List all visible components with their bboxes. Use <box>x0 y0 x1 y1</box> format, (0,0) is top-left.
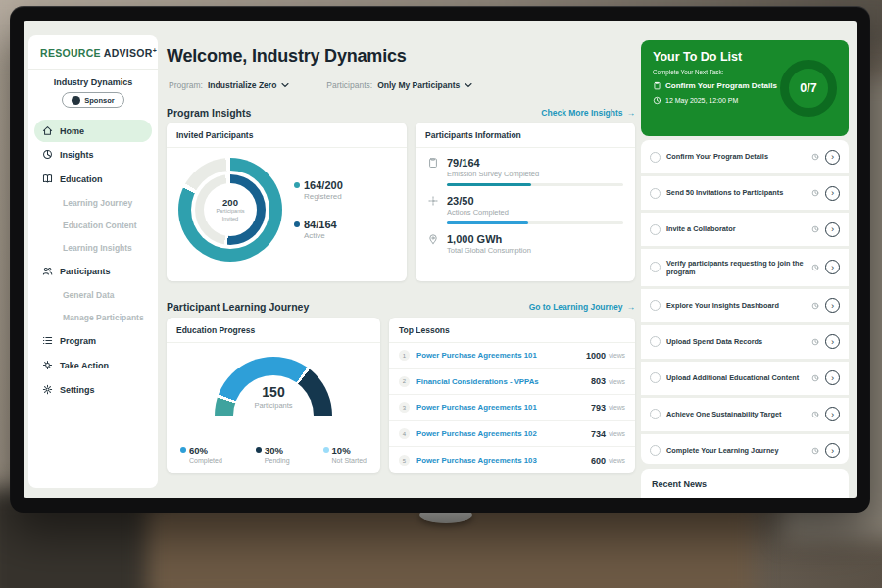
actions-completed-row: 23/50 Actions Completed <box>416 186 635 224</box>
program-dropdown[interactable]: Program: Industrialize Zero <box>169 80 289 90</box>
lesson-row[interactable]: 1 Power Purchase Agreements 101 1000 vie… <box>389 343 635 369</box>
card-title: Participants Information <box>416 122 635 148</box>
org-name: Industry Dynamics <box>28 77 158 87</box>
task-row[interactable]: Upload Additional Educational Content › <box>641 362 849 398</box>
consumption-row: 1,000 GWh Total Global Consumption <box>416 224 635 255</box>
chevron-right-icon: › <box>831 373 834 383</box>
clock-icon <box>811 302 819 310</box>
legend-active: 84/164 Active <box>294 219 343 240</box>
task-row[interactable]: Verify participants requesting to join t… <box>641 249 849 289</box>
legend-dot-pending <box>256 447 262 453</box>
lesson-row[interactable]: 2 Financial Considerations - VPPAs 803 v… <box>389 369 635 396</box>
arrow-right-icon: → <box>627 108 636 118</box>
sidebar-item-label: Learning Insights <box>63 243 132 253</box>
sidebar-item-program[interactable]: Program <box>28 328 158 353</box>
task-checkbox[interactable] <box>650 409 661 419</box>
task-row[interactable]: Achieve One Sustainability Target › <box>641 398 849 434</box>
task-row[interactable]: Complete Your Learning Journey › <box>641 434 849 464</box>
task-go-button[interactable]: › <box>825 443 840 458</box>
progress-track <box>447 221 623 224</box>
lesson-row[interactable]: 3 Power Purchase Agreements 101 793 view… <box>389 395 635 421</box>
task-go-button[interactable]: › <box>825 407 840 421</box>
home-icon <box>42 125 53 136</box>
gear-icon <box>42 384 53 395</box>
task-checkbox[interactable] <box>650 372 661 383</box>
task-go-button[interactable]: › <box>825 334 840 349</box>
emission-survey-label: Emission Survey Completed <box>447 170 623 178</box>
task-row[interactable]: Send 50 Invitations to Participants › <box>641 176 849 213</box>
check-more-insights-link[interactable]: Check More Insights → <box>541 108 635 118</box>
todo-summary-card: Your To Do List Complete Your Next Task:… <box>641 40 849 136</box>
consumption-label: Total Global Consumption <box>447 246 623 255</box>
task-go-button[interactable]: › <box>825 150 840 165</box>
lesson-title-link[interactable]: Power Purchase Agreements 102 <box>416 429 591 438</box>
active-value: 84/164 <box>304 219 343 230</box>
education-progress-card: Education Progress 150 Participants 60% … <box>167 318 380 473</box>
task-row[interactable]: Explore Your Insights Dashboard › <box>641 289 849 325</box>
task-go-button[interactable]: › <box>825 260 840 274</box>
go-to-learning-journey-link[interactable]: Go to Learning Journey → <box>529 302 635 312</box>
pending-label: Pending <box>265 457 290 464</box>
task-checkbox[interactable] <box>650 445 661 456</box>
sidebar-item-education[interactable]: Education <box>28 167 158 191</box>
task-go-button[interactable]: › <box>825 370 840 385</box>
chevron-down-icon <box>465 82 472 88</box>
lesson-views: 1000 <box>586 351 606 361</box>
task-checkbox[interactable] <box>650 336 661 347</box>
sidebar-item-general-data[interactable]: General Data <box>28 283 158 306</box>
sidebar-item-label: Home <box>60 126 84 136</box>
lesson-views: 793 <box>591 403 606 413</box>
sidebar-item-label: General Data <box>63 290 114 300</box>
task-checkbox[interactable] <box>650 188 661 199</box>
clock-icon <box>811 225 819 233</box>
participants-dropdown[interactable]: Participants: Only My Participants <box>326 80 472 90</box>
sidebar-item-settings[interactable]: Settings <box>28 377 158 402</box>
sidebar-item-home[interactable]: Home <box>34 120 152 142</box>
sidebar-item-label: Take Action <box>60 361 109 370</box>
sidebar-item-label: Learning Journey <box>63 198 132 208</box>
task-checkbox[interactable] <box>650 152 661 163</box>
arrow-right-icon: → <box>627 302 636 312</box>
sidebar-item-label: Participants <box>60 267 111 276</box>
sidebar-item-insights[interactable]: Insights <box>28 142 158 167</box>
people-icon <box>42 266 53 276</box>
task-checkbox[interactable] <box>650 300 661 311</box>
lesson-row[interactable]: 5 Power Purchase Agreements 103 600 view… <box>389 447 635 473</box>
card-title: Education Progress <box>167 318 380 343</box>
sidebar-item-take-action[interactable]: Take Action <box>28 353 158 377</box>
lesson-title-link[interactable]: Power Purchase Agreements 101 <box>416 351 586 360</box>
lesson-title-link[interactable]: Power Purchase Agreements 101 <box>416 403 591 412</box>
lesson-views-suffix: views <box>609 378 625 385</box>
sidebar-item-education-content[interactable]: Education Content <box>28 214 158 236</box>
task-go-button[interactable]: › <box>825 222 840 237</box>
clock-icon <box>811 447 819 455</box>
legend-registered: 164/200 Registered <box>294 179 343 201</box>
task-row[interactable]: Invite a Collaborator › <box>641 213 849 249</box>
card-title: Invited Participants <box>167 122 407 148</box>
chevron-down-icon <box>281 82 289 88</box>
lesson-title-link[interactable]: Financial Considerations - VPPAs <box>416 377 591 386</box>
donut-center-value: 200 <box>222 197 238 208</box>
lesson-row[interactable]: 4 Power Purchase Agreements 102 734 view… <box>389 421 635 448</box>
lesson-rank: 3 <box>399 402 410 413</box>
sidebar-item-learning-journey[interactable]: Learning Journey <box>28 191 158 214</box>
link-label: Check More Insights <box>541 108 622 118</box>
insights-icon <box>42 149 53 160</box>
sidebar-item-participants[interactable]: Participants <box>28 259 158 283</box>
sidebar-item-learning-insights[interactable]: Learning Insights <box>28 236 158 259</box>
task-checkbox[interactable] <box>650 224 661 235</box>
task-label: Confirm Your Program Details <box>666 152 806 161</box>
gauge-center-value: 150 <box>167 384 380 400</box>
legend-dot-active <box>294 221 300 227</box>
task-row[interactable]: Upload Spend Data Records › <box>641 325 849 362</box>
task-row[interactable]: Confirm Your Program Details › <box>641 140 849 176</box>
task-checkbox[interactable] <box>650 262 661 272</box>
task-go-button[interactable]: › <box>825 186 840 201</box>
pending-value: 30% <box>265 445 290 456</box>
sponsor-badge: Sponsor <box>62 92 123 108</box>
sidebar-item-manage-participants[interactable]: Manage Participants <box>28 306 158 328</box>
sidebar: RESOURCE ADVISOR+ Industry Dynamics Spon… <box>28 35 158 488</box>
task-go-button[interactable]: › <box>825 298 840 313</box>
lesson-title-link[interactable]: Power Purchase Agreements 103 <box>416 456 591 465</box>
clock-icon <box>653 96 662 105</box>
